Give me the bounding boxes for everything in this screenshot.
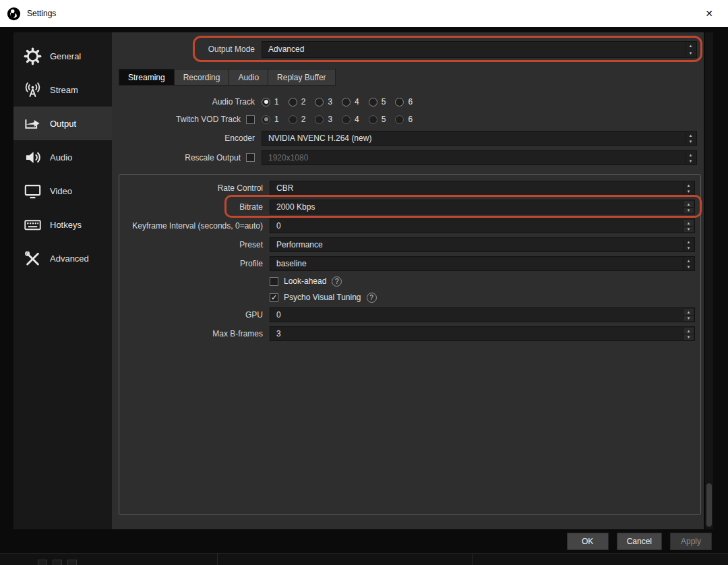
dock-divider (217, 554, 218, 565)
audio-track-radio-4[interactable] (342, 98, 351, 107)
chevron-down-icon[interactable]: ▾ (684, 264, 694, 270)
spin-up-icon[interactable]: ▴ (683, 309, 694, 316)
audio-track-radio-2[interactable] (289, 98, 297, 107)
max-bframes-label: Max B-frames (120, 329, 263, 338)
chevron-up-icon[interactable]: ▴ (686, 42, 696, 50)
chevron-up-icon[interactable]: ▴ (686, 152, 696, 158)
settings-sidebar: General Stream Output (13, 32, 112, 529)
chevron-up-icon[interactable]: ▴ (686, 132, 696, 138)
preset-select[interactable]: Performance ▴ ▾ (270, 237, 695, 252)
sidebar-item-label: Stream (50, 85, 78, 95)
audio-track-radio-5[interactable] (369, 98, 377, 107)
chevron-down-icon[interactable]: ▾ (686, 49, 696, 57)
sidebar-item-label: Output (50, 119, 76, 129)
output-settings-panel: Output Mode Advanced ▴ ▾ Streaming Recor… (112, 32, 704, 529)
chevron-down-icon[interactable]: ▾ (686, 158, 696, 164)
combo-arrows: ▴ ▾ (685, 152, 696, 164)
gpu-spinbox[interactable]: 0 ▴ ▾ (270, 307, 695, 322)
sidebar-item-advanced[interactable]: Advanced (13, 241, 112, 275)
tab-audio[interactable]: Audio (229, 69, 268, 86)
preset-row: Preset Performance ▴ ▾ (120, 235, 695, 254)
look-ahead-help-icon[interactable]: ? (332, 276, 342, 287)
tab-replay-buffer[interactable]: Replay Buffer (268, 69, 336, 86)
sidebar-item-video[interactable]: Video (13, 174, 112, 208)
chevron-down-icon[interactable]: ▾ (684, 188, 694, 194)
look-ahead-label: Look-ahead (284, 276, 326, 286)
audio-track-radio-6[interactable] (395, 98, 404, 107)
sidebar-item-stream[interactable]: Stream (13, 73, 112, 107)
look-ahead-row: Look-ahead ? (120, 273, 695, 289)
twitch-vod-radio-1[interactable] (262, 115, 270, 124)
twitch-vod-track-label: Twitch VOD Track (176, 115, 241, 124)
tab-streaming[interactable]: Streaming (119, 69, 175, 86)
output-mode-select[interactable]: Advanced ▴ ▾ (262, 41, 697, 58)
gear-icon (22, 46, 42, 66)
output-tabs: Streaming Recording Audio Replay Buffer (119, 69, 336, 86)
sidebar-item-audio[interactable]: Audio (13, 140, 112, 174)
twitch-vod-radio-2[interactable] (289, 115, 297, 124)
spin-down-icon[interactable]: ▾ (683, 208, 694, 214)
spin-up-icon[interactable]: ▴ (683, 220, 694, 227)
spin-down-icon[interactable]: ▾ (683, 334, 694, 340)
spin-down-icon[interactable]: ▾ (683, 227, 694, 233)
spin-arrows: ▴ ▾ (683, 309, 694, 321)
ok-button[interactable]: OK (567, 533, 609, 550)
encoder-select[interactable]: NVIDIA NVENC H.264 (new) ▴ ▾ (262, 131, 697, 146)
sidebar-item-label: Advanced (50, 254, 89, 264)
twitch-vod-radio-5[interactable] (369, 115, 377, 124)
chevron-down-icon[interactable]: ▾ (686, 138, 696, 144)
combo-arrows: ▴ ▾ (685, 42, 696, 57)
sidebar-item-hotkeys[interactable]: Hotkeys (13, 208, 112, 241)
psycho-visual-tuning-checkbox[interactable]: ✓ (270, 293, 278, 302)
rate-control-select[interactable]: CBR ▴ ▾ (270, 181, 695, 196)
bitrate-spinbox[interactable]: 2000 Kbps ▴ ▾ (270, 200, 695, 214)
titlebar: Settings ✕ (0, 0, 728, 27)
sidebar-item-label: Hotkeys (50, 220, 82, 230)
chevron-down-icon[interactable]: ▾ (684, 245, 694, 251)
psycho-visual-tuning-row: ✓ Psycho Visual Tuning ? (120, 289, 695, 305)
preset-label: Preset (120, 240, 263, 249)
chevron-up-icon[interactable]: ▴ (684, 182, 694, 188)
monitor-icon (22, 181, 42, 201)
window-title: Settings (27, 9, 56, 18)
chevron-up-icon[interactable]: ▴ (684, 258, 694, 264)
scrollbar-thumb[interactable] (706, 483, 712, 527)
twitch-vod-radio-6[interactable] (395, 115, 404, 124)
twitch-vod-radio-4[interactable] (342, 115, 351, 124)
rescale-output-select[interactable]: 1920x1080 ▴ ▾ (262, 150, 697, 165)
broadcast-icon (22, 80, 42, 100)
rescale-output-checkbox[interactable] (246, 153, 255, 162)
chevron-up-icon[interactable]: ▴ (684, 239, 694, 245)
sidebar-item-output[interactable]: Output (13, 107, 112, 140)
rescale-output-label: Rescale Output (185, 153, 241, 162)
sidebar-item-general[interactable]: General (13, 39, 112, 73)
spin-up-icon[interactable]: ▴ (683, 328, 694, 334)
psycho-visual-tuning-help-icon[interactable]: ? (367, 293, 377, 303)
audio-track-radio-1[interactable] (262, 98, 270, 107)
obs-logo-icon (7, 7, 21, 21)
keyboard-icon (22, 214, 42, 235)
audio-track-row: Audio Track 1 2 3 4 5 6 (112, 93, 697, 111)
settings-scrollbar[interactable] (705, 32, 713, 529)
cancel-button[interactable]: Cancel (617, 533, 662, 550)
background-app-strip (0, 553, 728, 565)
max-bframes-spinbox[interactable]: 3 ▴ ▾ (270, 326, 695, 341)
combo-arrows: ▴ ▾ (685, 132, 696, 144)
keyframe-interval-label: Keyframe Interval (seconds, 0=auto) (120, 221, 263, 231)
close-icon[interactable]: ✕ (696, 0, 723, 27)
keyframe-interval-spinbox[interactable]: 0 ▴ ▾ (270, 218, 695, 233)
max-bframes-row: Max B-frames 3 ▴ ▾ (120, 324, 695, 343)
profile-select[interactable]: baseline ▴ ▾ (270, 256, 695, 271)
psycho-visual-tuning-label: Psycho Visual Tuning (284, 293, 361, 302)
twitch-vod-checkbox[interactable] (246, 115, 255, 124)
spin-arrows: ▴ ▾ (683, 220, 694, 232)
background-toolbar-button (53, 560, 62, 565)
spin-down-icon[interactable]: ▾ (683, 316, 694, 322)
tab-recording[interactable]: Recording (175, 69, 230, 86)
twitch-vod-radio-3[interactable] (315, 115, 324, 124)
look-ahead-checkbox[interactable] (270, 277, 278, 286)
audio-track-radio-3[interactable] (315, 98, 324, 107)
background-toolbar-button (38, 560, 47, 565)
spin-up-icon[interactable]: ▴ (683, 201, 694, 208)
apply-button[interactable]: Apply (670, 533, 712, 550)
